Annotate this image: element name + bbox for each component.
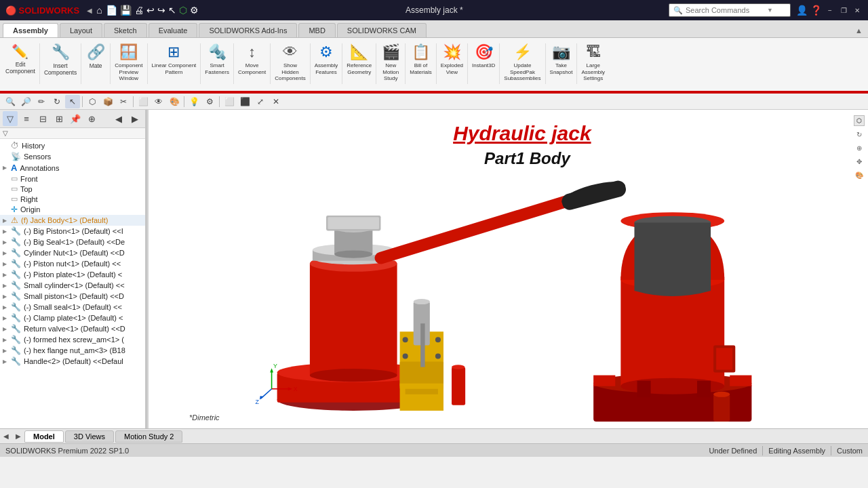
tree-right-arrow[interactable]: ▶ — [127, 111, 142, 126]
tree-item-hexscrew[interactable]: ▶ 🔧 (-) formed hex screw_am<1> ( — [0, 334, 145, 345]
display-mode-btn[interactable]: ⬜ — [136, 95, 151, 108]
tree-item-history[interactable]: ⏱ History — [0, 140, 145, 151]
tree-item-returnvalve[interactable]: ▶ 🔧 Return valve<1> (Default) <<D — [0, 323, 145, 334]
display-settings-btn[interactable]: ⚙ — [202, 95, 217, 108]
search-dropdown-icon[interactable]: ▼ — [767, 7, 773, 14]
redo-icon-tb[interactable]: ↪ — [157, 5, 165, 16]
close-button[interactable]: ✕ — [852, 5, 863, 16]
tree-item-pistonnut[interactable]: ▶ 🔧 (-) Piston nut<1> (Default) << — [0, 258, 145, 269]
ribbon-instant3d[interactable]: 🎯 Instant3D — [469, 41, 498, 70]
bottom-tab-3dviews[interactable]: 3D Views — [65, 430, 114, 443]
tree-item-pistonplate[interactable]: ▶ 🔧 (-) Piston plate<1> (Default) < — [0, 269, 145, 280]
ribbon-mate[interactable]: 🔗 Mate — [83, 41, 108, 70]
account-icon[interactable]: 👤 — [796, 5, 808, 16]
ribbon-insert-components[interactable]: 🔧 InsertComponents — [41, 41, 79, 77]
restore-button[interactable]: ❐ — [838, 5, 849, 16]
print-icon-tb[interactable]: 🖨 — [134, 5, 144, 16]
ribbon-show-hidden[interactable]: 👁 ShowHiddenComponents — [272, 41, 308, 83]
ribbon-smart-fasteners[interactable]: 🔩 SmartFasteners — [202, 41, 232, 77]
tree-item-handle[interactable]: ▶ 🔧 Handle<2> (Default) <<Defaul — [0, 356, 145, 367]
tree-left-arrow[interactable]: ◀ — [111, 111, 126, 126]
bottom-scroll-left[interactable]: ◀ — [0, 431, 12, 441]
view3d-btn[interactable]: 📦 — [100, 95, 115, 108]
settings-icon-tb[interactable]: ⚙ — [190, 5, 199, 16]
ribbon-large-assembly[interactable]: 🏗 LargeAssemblySettings — [578, 41, 608, 83]
tree-item-sensors[interactable]: 📡 Sensors — [0, 151, 145, 162]
zoom-in-btn[interactable]: 🔎 — [18, 95, 33, 108]
ribbon-component-preview[interactable]: 🪟 ComponentPreviewWindow — [112, 41, 145, 83]
tab-solidworks-addins[interactable]: SOLIDWORKS Add-Ins — [199, 23, 297, 37]
view-zoom-icon[interactable]: ⊕ — [854, 142, 865, 153]
title-arrow-left[interactable]: ◀ — [85, 7, 94, 14]
tab-sketch[interactable]: Sketch — [104, 23, 147, 37]
search-tree-btn[interactable]: ⊞ — [52, 111, 66, 126]
tree-item-bigpiston[interactable]: ▶ 🔧 (-) Big Piston<1> (Default) <<I — [0, 226, 145, 237]
hide-show-tree-btn[interactable]: ≡ — [19, 111, 34, 126]
tab-mbd[interactable]: MBD — [298, 23, 335, 37]
bottom-tab-motionstudy[interactable]: Motion Study 2 — [115, 430, 182, 443]
tree-item-bigseal[interactable]: ▶ 🔧 (-) Big Seal<1> (Default) <<De — [0, 237, 145, 247]
view-rotate-icon[interactable]: ↻ — [854, 129, 865, 140]
view-cube[interactable]: ⬡ ↻ ⊕ ✥ 🎨 — [853, 115, 865, 180]
ribbon-bill-of-materials[interactable]: 📋 Bill ofMaterials — [407, 41, 434, 77]
help-icon[interactable]: ❓ — [810, 5, 822, 16]
view-cube-icon[interactable]: ⬡ — [854, 115, 865, 126]
tree-item-front[interactable]: ▭ Front — [0, 174, 145, 184]
save-icon-tb[interactable]: 💾 — [120, 5, 132, 16]
ribbon-linear-pattern[interactable]: ⊞ Linear ComponentPattern — [149, 41, 199, 77]
tree-item-smallpiston[interactable]: ▶ 🔧 Small piston<1> (Default) <<D — [0, 291, 145, 302]
sphere-icon-tb[interactable]: ⬡ — [179, 5, 187, 16]
lights-btn[interactable]: 💡 — [186, 95, 201, 108]
ribbon-collapse-icon[interactable]: ▲ — [850, 24, 868, 37]
ribbon-reference-geometry[interactable]: 📐 ReferenceGeometry — [344, 41, 374, 77]
select-btn[interactable]: ↖ — [65, 95, 80, 108]
ribbon-update-speedpak[interactable]: ⚡ UpdateSpeedPakSubassemblies — [501, 41, 543, 83]
ribbon-assembly-features[interactable]: ⚙ AssemblyFeatures — [312, 41, 341, 77]
ribbon-take-snapshot[interactable]: 📷 TakeSnapshot — [547, 41, 576, 77]
tree-item-annotations[interactable]: ▶ A Annotations — [0, 162, 145, 174]
tree-item-smallcylinder[interactable]: ▶ 🔧 Small cylinder<1> (Default) << — [0, 280, 145, 291]
viewport-layout-btn1[interactable]: ⬜ — [222, 95, 237, 108]
tree-item-origin[interactable]: ✛ Origin — [0, 204, 145, 215]
view-mode-icon[interactable]: 🎨 — [854, 169, 865, 180]
tab-evaluate[interactable]: Evaluate — [149, 23, 198, 37]
tree-item-clampplate[interactable]: ▶ 🔧 (-) Clamp plate<1> (Default) < — [0, 312, 145, 323]
search-input[interactable] — [686, 6, 767, 14]
tab-solidworks-cam[interactable]: SOLIDWORKS CAM — [337, 23, 427, 37]
rotate-btn[interactable]: ↻ — [50, 95, 64, 108]
ribbon-move-component[interactable]: ↕ MoveComponent — [235, 41, 269, 77]
bottom-tab-model[interactable]: Model — [24, 430, 64, 443]
filter-btn[interactable]: ▽ — [3, 111, 18, 126]
search-bar[interactable]: 🔍 ▼ — [669, 3, 791, 17]
tree-item-top[interactable]: ▭ Top — [0, 184, 145, 194]
standard-views-btn[interactable]: ⬡ — [85, 95, 100, 108]
appearance-btn[interactable]: 🎨 — [167, 95, 182, 108]
collapse-btn[interactable]: ⊟ — [35, 111, 50, 126]
tree-item-hexnut[interactable]: ▶ 🔧 (-) hex flange nut_am<3> (B18 — [0, 345, 145, 356]
tree-item-smallseal[interactable]: ▶ 🔧 (-) Small seal<1> (Default) << — [0, 302, 145, 312]
new-icon-tb[interactable]: 📄 — [106, 5, 117, 16]
tab-layout[interactable]: Layout — [60, 23, 102, 37]
tab-assembly[interactable]: Assembly — [3, 23, 58, 37]
ribbon-exploded-view[interactable]: 💥 ExplodedView — [438, 41, 466, 77]
home-icon-tb[interactable]: ⌂ — [96, 5, 102, 16]
bottom-scroll-right[interactable]: ▶ — [12, 431, 24, 441]
zoom-to-fit-btn[interactable]: 🔍 — [3, 95, 18, 108]
section-view-btn[interactable]: ✂ — [116, 95, 131, 108]
viewport-layout-btn2[interactable]: ⬛ — [237, 95, 252, 108]
tree-item-right[interactable]: ▭ Right — [0, 194, 145, 204]
ribbon-motion-study[interactable]: 🎬 NewMotionStudy — [378, 41, 403, 83]
view-pan-icon[interactable]: ✥ — [854, 156, 865, 167]
hide-show-btn[interactable]: 👁 — [151, 95, 166, 108]
cursor-icon-tb[interactable]: ↖ — [168, 5, 176, 16]
sketch-edit-btn[interactable]: ✏ — [34, 95, 49, 108]
tree-settings-btn[interactable]: ⊕ — [84, 111, 99, 126]
undo-icon-tb[interactable]: ↩ — [146, 5, 155, 16]
pin-btn[interactable]: 📌 — [68, 111, 83, 126]
viewport[interactable]: Hydraulic jack Part1 Body — [149, 110, 868, 428]
viewport-maximize-btn[interactable]: ⤢ — [253, 95, 268, 108]
minimize-button[interactable]: − — [825, 5, 835, 16]
viewport-close-btn[interactable]: ✕ — [269, 95, 283, 108]
ribbon-edit-component[interactable]: ✏️ EditComponent — [3, 41, 38, 76]
tree-item-jackbody[interactable]: ▶ ⚠ (f) Jack Body<1> (Default) — [0, 215, 145, 226]
